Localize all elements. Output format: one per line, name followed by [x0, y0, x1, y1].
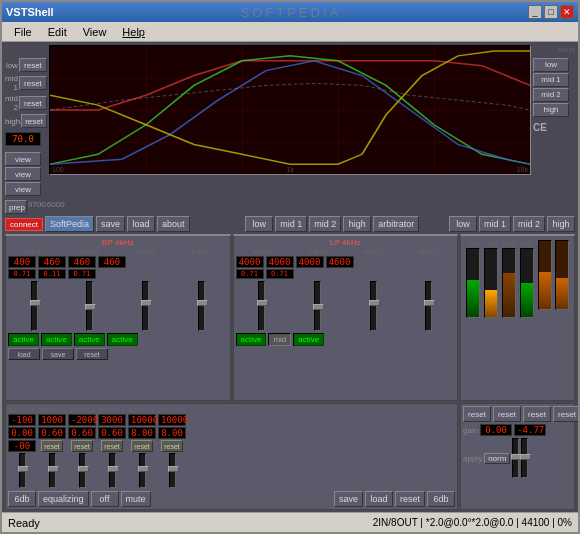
- bp-fader-2[interactable]: [86, 281, 93, 331]
- param-thumb-1[interactable]: [18, 466, 29, 472]
- param-thumb-3[interactable]: [78, 466, 89, 472]
- apply-fader[interactable]: [512, 438, 519, 478]
- param-fader-1[interactable]: [19, 453, 26, 488]
- save-btn[interactable]: save: [96, 216, 125, 232]
- bp-save-btn[interactable]: save: [42, 348, 74, 360]
- reset-btn-2[interactable]: reset: [493, 406, 521, 422]
- bp-fader-4[interactable]: [198, 281, 205, 331]
- band-high-btn[interactable]: high: [343, 216, 371, 232]
- bp-thumb-1[interactable]: [30, 300, 41, 306]
- eq-plot[interactable]: 100 1k 10k: [49, 45, 531, 175]
- about-btn[interactable]: about: [157, 216, 190, 232]
- mute-btn[interactable]: mute: [121, 491, 151, 507]
- band-mid2-btn[interactable]: mid 2: [309, 216, 341, 232]
- bp-thumb-3[interactable]: [141, 300, 152, 306]
- bp-active-1[interactable]: active: [8, 333, 39, 346]
- reset-btn-1[interactable]: reset: [463, 406, 491, 422]
- sixdb-right-btn[interactable]: 6db: [427, 491, 455, 507]
- maximize-button[interactable]: □: [544, 5, 558, 19]
- prep-btn[interactable]: prep: [5, 200, 27, 214]
- param-reset-2[interactable]: reset: [41, 440, 63, 452]
- r-high-btn[interactable]: high: [547, 216, 575, 232]
- bp-active-4[interactable]: active: [107, 333, 138, 346]
- minimize-button[interactable]: _: [528, 5, 542, 19]
- reset-bottom-btn[interactable]: reset: [395, 491, 425, 507]
- vu-track-mid2: [502, 248, 516, 318]
- reset-btn-3[interactable]: reset: [523, 406, 551, 422]
- arbitrator-btn[interactable]: arbitrator: [373, 216, 419, 232]
- r-low-btn[interactable]: low: [449, 216, 477, 232]
- menu-help[interactable]: Help: [114, 24, 153, 40]
- connect-indicator[interactable]: connect: [5, 218, 43, 231]
- lp-fader-4[interactable]: [425, 281, 432, 331]
- low-label: low: [5, 61, 18, 70]
- bp-panel: BP 4kHz adj/rct adj/rct adj/rct adj/rct …: [5, 234, 231, 401]
- param-thumb-2[interactable]: [48, 466, 59, 472]
- lp-thumb-3[interactable]: [369, 300, 380, 306]
- param-fader-3[interactable]: [79, 453, 86, 488]
- param-fader-2[interactable]: [49, 453, 56, 488]
- bp-fader-3[interactable]: [142, 281, 149, 331]
- close-button[interactable]: ✕: [560, 5, 574, 19]
- low-reset-btn[interactable]: reset: [19, 58, 47, 72]
- mid1-reset-btn[interactable]: reset: [19, 76, 47, 90]
- param-val-5b: 8.00: [128, 427, 156, 439]
- param-reset-3[interactable]: reset: [71, 440, 93, 452]
- param-reset-5[interactable]: reset: [131, 440, 153, 452]
- param-reset-6[interactable]: reset: [161, 440, 183, 452]
- bp-fader-1[interactable]: [31, 281, 38, 331]
- lp-thumb-1[interactable]: [257, 300, 268, 306]
- high-reset-btn[interactable]: reset: [21, 114, 47, 128]
- bp-active-3[interactable]: active: [74, 333, 105, 346]
- right-high-btn[interactable]: high: [533, 103, 569, 117]
- lp-fader-3[interactable]: [370, 281, 377, 331]
- lp-thumb-2[interactable]: [313, 304, 324, 310]
- apply-thumb-2[interactable]: [520, 454, 531, 460]
- view-btn-1[interactable]: view: [5, 152, 41, 166]
- lp-thumb-4[interactable]: [424, 300, 435, 306]
- param-fader-5[interactable]: [139, 453, 146, 488]
- load-btn[interactable]: load: [127, 216, 155, 232]
- lp-fader-2[interactable]: [314, 281, 321, 331]
- mid2-reset-btn[interactable]: reset: [19, 96, 47, 110]
- param-thumb-4[interactable]: [108, 466, 119, 472]
- right-mid1-btn[interactable]: mid 1: [533, 73, 569, 87]
- right-low-btn[interactable]: low: [533, 58, 569, 72]
- ce-section: CE: [533, 122, 575, 133]
- load-bottom-btn[interactable]: load: [365, 491, 393, 507]
- mid2-band-row: mid 2 reset: [5, 94, 47, 112]
- norm-btn[interactable]: norm: [484, 453, 510, 464]
- sixdb-btn[interactable]: 6db: [8, 491, 36, 507]
- apply-fader-2[interactable]: [521, 438, 528, 478]
- vu-fill-high: [521, 283, 533, 317]
- equalizing-btn[interactable]: equalizing: [38, 491, 89, 507]
- band-mid1-btn[interactable]: mid 1: [275, 216, 307, 232]
- right-mid2-btn[interactable]: mid 2: [533, 88, 569, 102]
- view-btn-3[interactable]: view: [5, 182, 41, 196]
- lp-fader-1[interactable]: [258, 281, 265, 331]
- param-reset-4[interactable]: reset: [101, 440, 123, 452]
- menu-view[interactable]: View: [75, 24, 115, 40]
- reset-btn-4[interactable]: reset: [553, 406, 578, 422]
- param-thumb-6[interactable]: [168, 466, 179, 472]
- lp-active-1[interactable]: active: [236, 333, 267, 346]
- lp-active-3[interactable]: active: [293, 333, 324, 346]
- off-btn[interactable]: off: [91, 491, 119, 507]
- menu-edit[interactable]: Edit: [40, 24, 75, 40]
- softpedia-btn[interactable]: SoftPedia: [45, 216, 94, 232]
- band-low-btn[interactable]: low: [245, 216, 273, 232]
- r-mid2-btn[interactable]: mid 2: [513, 216, 545, 232]
- bp-load-btn[interactable]: load: [8, 348, 40, 360]
- view-btn-2[interactable]: view: [5, 167, 41, 181]
- param-fader-6[interactable]: [169, 453, 176, 488]
- bp-reset-btn[interactable]: reset: [76, 348, 108, 360]
- r-mid1-btn[interactable]: mid 1: [479, 216, 511, 232]
- bp-active-2[interactable]: active: [41, 333, 72, 346]
- save-bottom-btn[interactable]: save: [334, 491, 363, 507]
- bp-thumb-2[interactable]: [85, 304, 96, 310]
- lp-active-2[interactable]: mid: [268, 333, 291, 346]
- bp-thumb-4[interactable]: [197, 300, 208, 306]
- menu-file[interactable]: File: [6, 24, 40, 40]
- param-thumb-5[interactable]: [138, 466, 149, 472]
- param-fader-4[interactable]: [109, 453, 116, 488]
